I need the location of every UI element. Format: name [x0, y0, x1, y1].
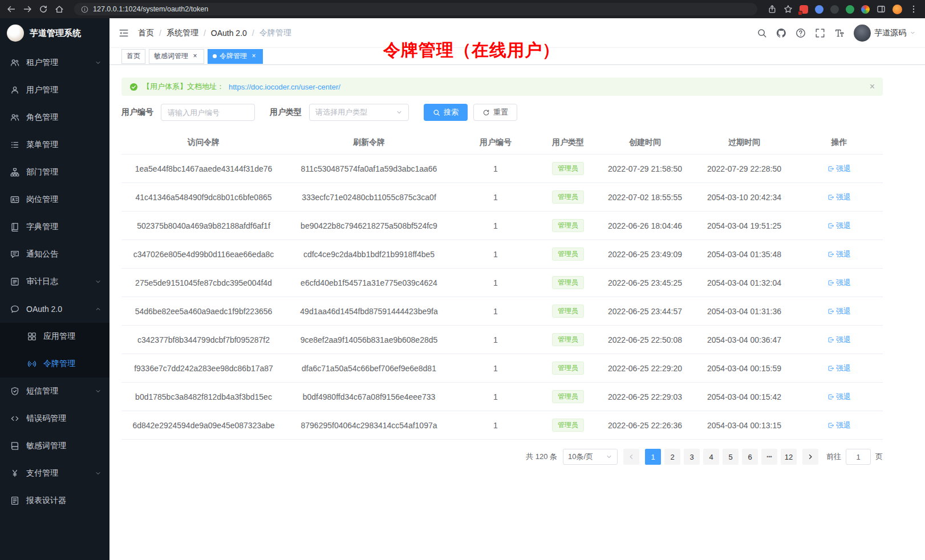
tab-home[interactable]: 首页 — [121, 49, 145, 64]
breadcrumb-item[interactable]: OAuth 2.0 — [211, 29, 247, 38]
submenu-oauth2: 应用管理令牌管理 — [0, 323, 109, 378]
sidebar-item-error-code[interactable]: 错误码管理 — [0, 405, 109, 432]
sidebar-item-notice[interactable]: 通知公告 — [0, 241, 109, 268]
page-button[interactable]: 1 — [645, 449, 661, 465]
profile-avatar-icon[interactable] — [892, 5, 902, 14]
force-logout-button[interactable]: 强退 — [827, 335, 851, 345]
share-icon[interactable] — [768, 5, 777, 14]
more-pages-button[interactable]: ••• — [761, 449, 777, 465]
page-button[interactable]: 5 — [723, 449, 739, 465]
sidebar-item-tenant[interactable]: 租户管理 — [0, 49, 109, 76]
user-id-cell: 1 — [452, 383, 539, 411]
created-time-cell: 2022-06-25 22:29:03 — [597, 383, 693, 411]
table-row: c342377bf8b344799dcbf7bf095287f29ce8ef2a… — [121, 326, 883, 354]
extension-green[interactable] — [846, 5, 854, 14]
sidebar-item-post[interactable]: 岗位管理 — [0, 186, 109, 213]
action-cell: 强退 — [796, 269, 883, 297]
goto-suffix: 页 — [875, 452, 883, 462]
app-logo[interactable]: 芋道管理系统 — [0, 18, 109, 48]
chevron-down-icon — [95, 388, 102, 395]
access-token-cell: c347026e805e4d99b0d116eae66eda8c — [121, 240, 286, 269]
page-button[interactable]: 6 — [742, 449, 758, 465]
sidebar-item-oauth2-token[interactable]: 令牌管理 — [0, 350, 109, 378]
user-type-cell: 管理员 — [539, 297, 597, 326]
force-logout-button[interactable]: 强退 — [827, 363, 851, 374]
logout-icon — [827, 308, 834, 315]
close-icon[interactable]: × — [191, 52, 199, 60]
url-text: 127.0.0.1:1024/system/oauth2/token — [93, 5, 208, 13]
user-menu[interactable]: 芋道源码 — [854, 25, 916, 42]
page-button[interactable]: 2 — [664, 449, 680, 465]
sidebar-item-audit-log[interactable]: 审计日志 — [0, 268, 109, 295]
page-button[interactable]: 3 — [684, 449, 700, 465]
force-logout-button[interactable]: 强退 — [827, 392, 851, 402]
page-button[interactable]: 4 — [703, 449, 719, 465]
sidebar-menu: 租户管理用户管理角色管理菜单管理部门管理岗位管理字典管理通知公告审计日志OAut… — [0, 48, 109, 560]
back-icon[interactable] — [7, 5, 16, 14]
sidebar-item-role[interactable]: 角色管理 — [0, 104, 109, 131]
sidebar-item-dept[interactable]: 部门管理 — [0, 159, 109, 186]
force-logout-button[interactable]: 强退 — [827, 420, 851, 431]
app-title: 芋道管理系统 — [30, 28, 81, 39]
page-size-select[interactable]: 10条/页 — [563, 449, 618, 465]
chevron-down-icon — [95, 470, 102, 477]
search-icon[interactable] — [757, 28, 767, 38]
hamburger-icon[interactable] — [119, 28, 129, 38]
prev-page-button[interactable] — [623, 449, 639, 465]
user-type-select[interactable]: 请选择用户类型 — [309, 104, 409, 121]
info-icon[interactable] — [81, 6, 88, 13]
extension-dark[interactable] — [830, 5, 839, 14]
breadcrumb-item[interactable]: 系统管理 — [167, 28, 198, 38]
force-logout-button[interactable]: 强退 — [827, 306, 851, 316]
home-icon[interactable] — [55, 5, 64, 14]
chevron-up-icon — [95, 306, 102, 313]
page-button[interactable]: 12 — [781, 449, 797, 465]
force-logout-button[interactable]: 强退 — [827, 278, 851, 288]
sidebar-item-user[interactable]: 用户管理 — [0, 76, 109, 104]
forward-icon[interactable] — [23, 5, 32, 14]
extension-blue[interactable] — [815, 5, 823, 14]
help-icon[interactable] — [796, 28, 806, 38]
extension-red[interactable] — [800, 5, 808, 14]
force-logout-button[interactable]: 强退 — [827, 164, 851, 174]
sidebar-item-report-designer[interactable]: 报表设计器 — [0, 487, 109, 514]
sidebar-item-menu[interactable]: 菜单管理 — [0, 131, 109, 159]
extension-colorful[interactable] — [861, 5, 870, 14]
force-logout-button[interactable]: 强退 — [827, 249, 851, 259]
search-button[interactable]: 搜索 — [424, 104, 468, 121]
user-type-badge: 管理员 — [552, 305, 584, 318]
close-icon[interactable]: × — [250, 52, 258, 60]
force-logout-button[interactable]: 强退 — [827, 192, 851, 202]
tab-sensitive-word[interactable]: 敏感词管理× — [149, 49, 204, 64]
sidebar-item-label: 用户管理 — [26, 85, 58, 95]
next-page-button[interactable] — [802, 449, 818, 465]
sidebar-item-sensitive-word[interactable]: 敏感词管理 — [0, 432, 109, 460]
sidebar-item-dict[interactable]: 字典管理 — [0, 213, 109, 241]
side-panel-icon[interactable] — [877, 5, 886, 14]
github-icon[interactable] — [776, 28, 786, 38]
sidebar-item-oauth2[interactable]: OAuth 2.0 — [0, 295, 109, 323]
sidebar-item-pay[interactable]: 支付管理 — [0, 460, 109, 487]
fullscreen-icon[interactable] — [815, 28, 825, 38]
access-token-cell: 54d6be82ee5a460a9aedc1f9bf223656 — [121, 297, 286, 326]
force-logout-button[interactable]: 强退 — [827, 221, 851, 231]
url-bar[interactable]: 127.0.0.1:1024/system/oauth2/token — [74, 3, 757, 15]
notice-icon — [10, 250, 19, 259]
kebab-menu-icon[interactable] — [909, 5, 918, 14]
goto-page-input[interactable] — [846, 449, 871, 465]
doc-link[interactable]: https://doc.iocoder.cn/user-center/ — [229, 83, 340, 91]
sidebar-item-sms[interactable]: 短信管理 — [0, 378, 109, 405]
reload-icon[interactable] — [39, 5, 48, 14]
bookmark-star-icon[interactable] — [784, 5, 793, 14]
reset-button[interactable]: 重置 — [473, 104, 517, 121]
user-type-badge: 管理员 — [552, 362, 584, 375]
action-cell: 强退 — [796, 383, 883, 411]
close-icon[interactable]: × — [870, 82, 875, 91]
breadcrumb-separator: / — [252, 29, 254, 38]
font-size-icon[interactable] — [834, 28, 845, 38]
breadcrumb-item[interactable]: 首页 — [138, 28, 154, 38]
sidebar-item-oauth2-app[interactable]: 应用管理 — [0, 323, 109, 350]
user-id-input[interactable] — [161, 104, 255, 121]
created-time-cell: 2022-06-25 23:49:09 — [597, 240, 693, 269]
tab-oauth2-token[interactable]: 令牌管理× — [208, 49, 263, 64]
